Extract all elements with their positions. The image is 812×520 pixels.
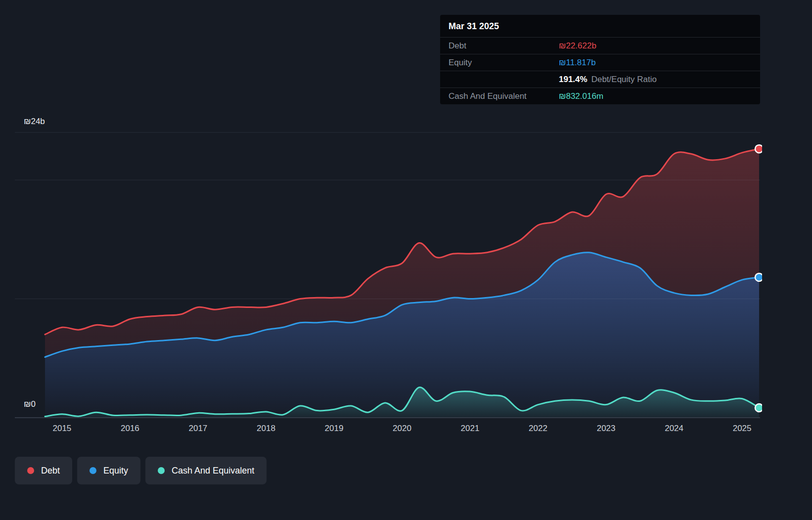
x-tick-2024: 2024: [665, 424, 683, 433]
x-tick-2016: 2016: [121, 424, 139, 433]
x-tick-2019: 2019: [325, 424, 344, 433]
tooltip-ratio-label: Debt/Equity Ratio: [591, 75, 657, 85]
tooltip-row-debt: Debt ₪22.622b: [440, 38, 760, 54]
legend: DebtEquityCash And Equivalent: [15, 457, 267, 484]
legend-item-cash-and-equivalent[interactable]: Cash And Equivalent: [145, 457, 267, 484]
x-tick-2017: 2017: [188, 424, 207, 433]
x-axis: 2015201620172018201920202021202220232024…: [0, 424, 812, 438]
debt-legend-dot-icon: [27, 467, 34, 474]
tooltip-row-equity: Equity ₪11.817b: [440, 54, 760, 71]
debt-end-marker: [755, 145, 763, 153]
legend-item-equity[interactable]: Equity: [77, 457, 140, 484]
x-tick-2025: 2025: [733, 424, 752, 433]
tooltip-equity-value: ₪11.817b: [559, 58, 596, 68]
cash-and-equivalent-legend-dot-icon: [158, 467, 165, 474]
tooltip-date: Mar 31 2025: [440, 15, 760, 38]
tooltip-row-cash: Cash And Equivalent ₪832.016m: [440, 88, 760, 104]
tooltip-debt-value: ₪22.622b: [559, 41, 596, 51]
tooltip-debt-label: Debt: [440, 41, 559, 51]
tooltip-cash-label: Cash And Equivalent: [440, 91, 559, 101]
legend-item-debt[interactable]: Debt: [15, 457, 72, 484]
x-tick-2018: 2018: [257, 424, 275, 433]
legend-item-label: Debt: [41, 466, 60, 476]
chart-root: Mar 31 2025 Debt ₪22.622b Equity ₪11.817…: [0, 0, 812, 520]
tooltip: Mar 31 2025 Debt ₪22.622b Equity ₪11.817…: [440, 15, 760, 104]
x-tick-2020: 2020: [393, 424, 411, 433]
legend-item-label: Cash And Equivalent: [172, 466, 254, 476]
equity-end-marker: [755, 273, 763, 281]
tooltip-equity-label: Equity: [440, 58, 559, 68]
x-tick-2021: 2021: [461, 424, 480, 433]
cash-and-equivalent-end-marker: [755, 404, 763, 412]
tooltip-cash-value: ₪832.016m: [559, 91, 603, 101]
tooltip-ratio-value: 191.4%: [559, 75, 587, 85]
equity-legend-dot-icon: [90, 467, 96, 474]
x-tick-2022: 2022: [529, 424, 547, 433]
x-tick-2015: 2015: [52, 424, 71, 433]
x-tick-2023: 2023: [597, 424, 616, 433]
legend-item-label: Equity: [103, 466, 128, 476]
tooltip-row-ratio: 191.4% Debt/Equity Ratio: [440, 71, 760, 88]
